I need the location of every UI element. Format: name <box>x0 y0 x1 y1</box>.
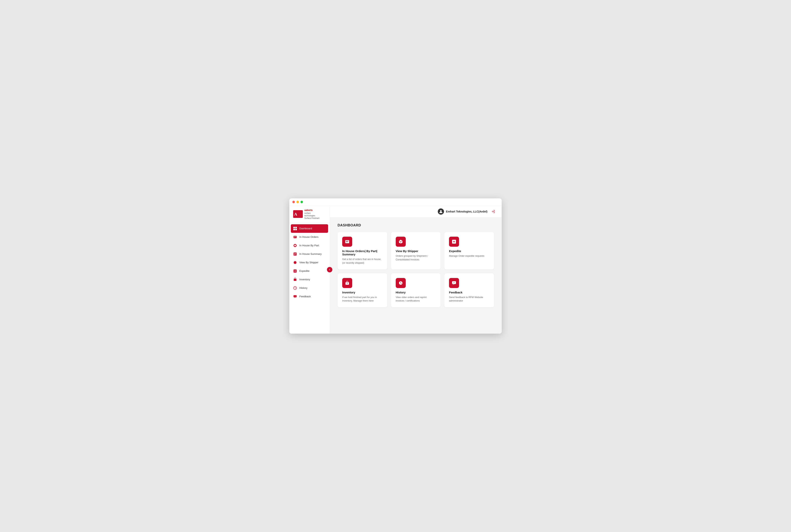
card-in-house-orders[interactable]: In House Orders| By Part| Summary Get a … <box>337 232 387 269</box>
inventory-icon <box>293 278 297 282</box>
sidebar-collapse-button[interactable] <box>327 267 332 272</box>
card-title-expedite: Expedite <box>449 249 489 253</box>
feedback-card-icon <box>451 281 457 286</box>
svg-rect-12 <box>294 253 296 254</box>
svg-rect-29 <box>454 282 455 283</box>
maximize-button[interactable] <box>301 201 303 203</box>
brand-logo-icon: A <box>293 210 303 218</box>
card-desc-inventory: If we hold finished part for you in Inve… <box>342 296 383 303</box>
app-window: A aaberts surface technologies Surface F… <box>289 198 502 334</box>
sidebar-item-in-house-orders[interactable]: In House Orders <box>289 233 330 241</box>
orders-card-icon <box>345 239 350 244</box>
card-history[interactable]: History View older orders and reprint in… <box>391 273 441 307</box>
card-title-inventory: Inventory <box>342 291 383 294</box>
svg-point-10 <box>294 245 296 246</box>
sidebar-item-feedback[interactable]: Feedback <box>289 292 330 301</box>
title-bar <box>289 198 502 206</box>
sidebar-item-in-house-summary[interactable]: In House Summary <box>289 250 330 258</box>
card-title-history: History <box>396 291 436 294</box>
card-desc-history: View older orders and reprint invoices /… <box>396 296 436 303</box>
cards-grid: In House Orders| By Part| Summary Get a … <box>337 232 494 307</box>
sidebar-nav: Dashboard In House Orders <box>289 223 330 334</box>
card-icon-expedite <box>449 236 459 247</box>
close-button[interactable] <box>292 201 295 203</box>
card-desc-expedite: Manage Order expedite requests <box>449 254 489 258</box>
card-expedite[interactable]: Expedite Manage Order expedite requests <box>444 232 494 269</box>
svg-point-26 <box>347 283 348 284</box>
card-desc-view-by-shipper: Orders grouped by Shipment / Consolidate… <box>396 254 436 262</box>
svg-rect-16 <box>294 279 296 281</box>
user-avatar-icon <box>438 208 444 215</box>
history-card-icon <box>398 281 403 286</box>
main-content: Emhart Teknologies, LLC(Avdel) DASHBOARD <box>330 206 502 334</box>
svg-rect-13 <box>294 254 296 254</box>
card-inventory[interactable]: Inventory If we hold finished part for y… <box>337 273 387 307</box>
card-view-by-shipper[interactable]: View By Shipper Orders grouped by Shipme… <box>391 232 441 269</box>
brand-logo-text: aaberts surface technologies Surface Fin… <box>304 209 320 220</box>
user-name-label: Emhart Teknologies, LLC(Avdel) <box>446 210 487 213</box>
card-icon-inventory <box>342 278 352 288</box>
svg-rect-14 <box>294 254 295 255</box>
dashboard-icon <box>293 227 297 230</box>
feedback-icon <box>293 294 297 299</box>
dashboard-title: DASHBOARD <box>337 223 494 227</box>
inventory-card-icon <box>345 281 350 286</box>
in-house-summary-icon <box>293 252 297 256</box>
svg-point-20 <box>440 210 442 212</box>
sidebar-item-view-by-shipper[interactable]: View By Shipper <box>289 258 330 267</box>
sidebar-item-dashboard[interactable]: Dashboard <box>291 224 328 233</box>
svg-rect-23 <box>346 242 348 242</box>
svg-rect-7 <box>294 236 296 237</box>
view-by-shipper-icon <box>293 261 297 264</box>
sidebar-item-history[interactable]: History <box>289 284 330 292</box>
card-icon-in-house-orders <box>342 236 352 247</box>
dashboard-area: DASHBOARD In House Orders| By Part| Summ… <box>330 217 502 334</box>
logout-button[interactable] <box>490 209 496 214</box>
card-desc-in-house-orders: Get a list of orders that are in house. … <box>342 258 383 265</box>
shipper-card-icon <box>398 239 403 244</box>
expedite-card-icon <box>451 239 457 244</box>
svg-text:A: A <box>294 212 297 216</box>
user-info: Emhart Teknologies, LLC(Avdel) <box>438 208 496 215</box>
in-house-by-part-icon <box>293 244 297 247</box>
card-icon-feedback <box>449 278 459 288</box>
sidebar-item-inventory[interactable]: Inventory <box>289 275 330 284</box>
card-title-in-house-orders: In House Orders| By Part| Summary <box>342 249 383 256</box>
minimize-button[interactable] <box>296 201 299 203</box>
sidebar-logo: A aaberts surface technologies Surface F… <box>289 206 330 223</box>
expedite-icon <box>293 269 297 273</box>
svg-rect-8 <box>294 237 295 238</box>
svg-rect-2 <box>293 227 295 228</box>
card-icon-history <box>396 278 406 288</box>
card-icon-view-by-shipper <box>396 236 406 247</box>
svg-point-19 <box>295 296 295 296</box>
sidebar: A aaberts surface technologies Surface F… <box>289 206 330 334</box>
history-icon <box>293 286 297 290</box>
card-desc-feedback: Send feedback to RFM Website administrat… <box>449 296 489 303</box>
svg-rect-5 <box>295 229 297 230</box>
svg-rect-3 <box>295 227 297 228</box>
in-house-orders-icon <box>293 235 297 239</box>
card-feedback[interactable]: Feedback Send feedback to RFM Website ad… <box>444 273 494 307</box>
sidebar-item-in-house-by-part[interactable]: In House By Part <box>289 241 330 250</box>
card-title-view-by-shipper: View By Shipper <box>396 249 436 253</box>
svg-rect-4 <box>293 229 295 230</box>
svg-rect-22 <box>346 241 349 241</box>
app-body: A aaberts surface technologies Surface F… <box>289 206 502 334</box>
sidebar-item-expedite[interactable]: Expedite <box>289 267 330 275</box>
card-title-feedback: Feedback <box>449 291 489 294</box>
top-header: Emhart Teknologies, LLC(Avdel) <box>330 206 502 217</box>
